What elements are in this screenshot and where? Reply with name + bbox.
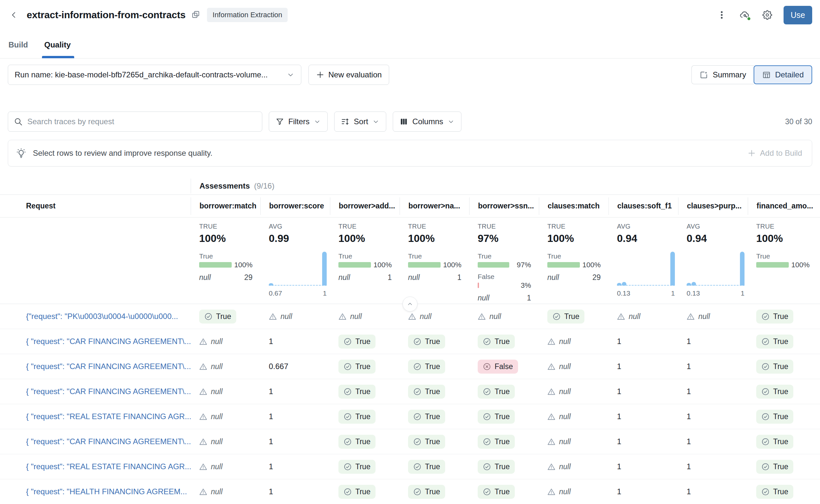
column-header-financed-amo[interactable]: financed_amo... [748,197,820,215]
request-cell: { "request": "HEALTH FINANCING AGREEM... [0,487,191,496]
warning-triangle-icon [547,363,556,371]
column-header-borrower-ssn[interactable]: borrower>ssn... [469,197,539,215]
collapse-summary-button[interactable] [402,297,418,312]
summary-stat-value: 97% [478,232,536,245]
breakdown-pct: 3% [521,281,531,290]
histogram-axis: 0.131 [617,289,675,297]
request-link[interactable]: { "request": "HEALTH FINANCING AGREEM... [26,487,187,496]
numeric-value: 1 [617,387,621,396]
run-name-select[interactable]: Run name: kie-base-model-bfb7265d_archik… [8,65,301,85]
plus-icon [747,149,756,157]
request-link[interactable]: { "request": "CAR FINANCING AGREEMENT\..… [26,362,191,371]
true-badge: True [478,460,515,474]
search-input[interactable] [27,117,256,126]
table-row[interactable]: { "request": "HEALTH FINANCING AGREEM...… [0,479,820,504]
request-link[interactable]: { "request": "REAL ESTATE FINANCING AGR.… [26,462,191,471]
assessment-cell: True [399,360,469,374]
summary-view-button[interactable]: Summary [692,65,754,84]
new-evaluation-button[interactable]: New evaluation [308,65,389,85]
add-to-build-button[interactable]: Add to Build [746,149,804,158]
request-link[interactable]: {"request": "PK\u0003\u0004-\u0000\u000.… [26,312,178,321]
column-header-borrower-add[interactable]: borrower>add... [330,197,399,215]
sort-icon [341,117,349,126]
assessment-cell: 1 [609,362,678,371]
filters-label: Filters [288,117,309,126]
breakdown-bar [756,262,789,268]
summary-cell-2: TRUE100%True100%null1 [330,218,399,304]
request-cell: { "request": "CAR FINANCING AGREEMENT\..… [0,337,191,346]
true-badge: True [756,385,793,399]
histogram-axis: 0.131 [687,289,745,297]
summary-stat-value: 0.94 [617,232,676,245]
true-badge: True [338,385,375,399]
detailed-view-button[interactable]: Detailed [754,65,812,84]
table-row[interactable]: { "request": "CAR FINANCING AGREEMENT\..… [0,354,820,379]
column-header-clauses-soft-f1[interactable]: clauses:soft_f1 [609,197,678,215]
null-value: null [269,312,292,321]
deployment-status-button[interactable] [737,8,752,22]
summary-view-icon [700,71,708,79]
table-row[interactable]: { "request": "REAL ESTATE FINANCING AGR.… [0,454,820,479]
column-header-borrower-match[interactable]: borrower:match [191,197,260,215]
request-link[interactable]: { "request": "CAR FINANCING AGREEMENT\..… [26,387,191,396]
add-to-build-label: Add to Build [760,149,802,158]
assessment-cell: 1 [678,462,748,471]
true-badge-label: True [425,487,440,496]
null-label: null [408,273,420,282]
assessment-cell: True [469,485,539,499]
assessment-cell: 0.667 [260,362,330,371]
summary-stat-label: TRUE [199,223,258,230]
summary-row: TRUE100%True100%null29AVG0.990.671TRUE10… [0,218,820,304]
tab-build[interactable]: Build [8,40,29,58]
run-name-value: Run name: kie-base-model-bfb7265d_archik… [15,70,268,79]
column-header-request[interactable]: Request [0,197,191,215]
status-dot [747,17,751,21]
column-header-clauses-match[interactable]: clauses:match [539,197,609,215]
numeric-value: 1 [269,487,273,496]
true-badge: True [408,460,445,474]
summary-histogram [617,250,675,285]
assessment-cell: 1 [678,337,748,346]
check-circle-icon [413,338,422,346]
assessment-cell: True [469,335,539,349]
breakdown-bar-row: 3% [478,282,531,288]
settings-button[interactable] [760,8,774,22]
column-header-borrower-score[interactable]: borrower:score [260,197,330,215]
check-circle-icon [343,338,352,346]
request-link[interactable]: { "request": "CAR FINANCING AGREEMENT\..… [26,337,191,346]
table-row[interactable]: { "request": "REAL ESTATE FINANCING AGR.… [0,404,820,429]
summary-cell-0: TRUE100%True100%null29 [191,218,260,304]
use-button[interactable]: Use [784,6,812,24]
summary-stat-label: AVG [617,223,676,230]
table-row[interactable]: { "request": "CAR FINANCING AGREEMENT\..… [0,379,820,404]
filters-button[interactable]: Filters [269,112,328,132]
numeric-value: 1 [617,487,621,496]
table-row[interactable]: { "request": "CAR FINANCING AGREEMENT\..… [0,429,820,454]
column-header-clauses-purp[interactable]: clauses>purp... [678,197,748,215]
request-link[interactable]: { "request": "CAR FINANCING AGREEMENT\..… [26,437,191,446]
check-circle-icon [483,388,491,396]
tab-quality[interactable]: Quality [44,40,71,58]
copy-name-button[interactable] [191,10,200,20]
warning-triangle-icon [199,363,207,371]
chevron-down-icon [372,118,379,125]
histogram-bar [322,252,327,285]
numeric-value: 1 [687,337,691,346]
numeric-value: 1 [617,462,621,471]
assessment-cell: null [191,362,260,371]
sort-button[interactable]: Sort [334,112,386,132]
table-row[interactable]: { "request": "CAR FINANCING AGREEMENT\..… [0,329,820,354]
true-badge-label: True [355,462,370,471]
null-value-label: null [629,312,640,321]
back-button[interactable] [8,9,20,21]
column-header-borrower-na[interactable]: borrower>na... [399,197,469,215]
assessment-cell: null [399,312,469,321]
request-link[interactable]: { "request": "REAL ESTATE FINANCING AGR.… [26,412,191,421]
check-circle-icon [343,438,352,446]
assessments-group-row: Assessments (9/16) [0,177,820,195]
breakdown-bar [199,262,232,268]
summary-view-label: Summary [713,70,746,79]
assessment-cell: null [539,412,609,421]
more-options-button[interactable] [715,8,729,22]
columns-button[interactable]: Columns [393,112,462,132]
